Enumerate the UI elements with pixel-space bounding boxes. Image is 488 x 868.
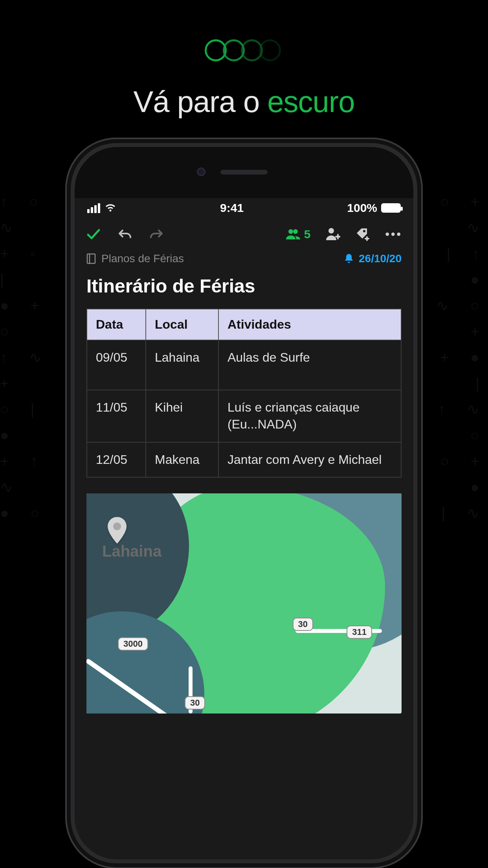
cell-activity: Jantar com Avery e Michael — [218, 442, 401, 477]
table-row[interactable]: 09/05 Lahaina Aulas de Surfe — [87, 340, 401, 390]
map-pin-label: Lahaina — [102, 542, 161, 560]
undo-button[interactable] — [117, 226, 133, 242]
bell-icon — [344, 253, 354, 264]
tagline: Vá para o escuro — [0, 85, 488, 119]
redo-button[interactable] — [149, 226, 164, 242]
reminder-button[interactable]: 26/10/20 — [344, 252, 402, 265]
add-person-button[interactable] — [326, 228, 340, 241]
people-icon — [286, 228, 301, 240]
map-attachment[interactable]: Lahaina 3000 30 311 30 — [86, 493, 402, 714]
logo — [0, 39, 488, 63]
camera-icon — [197, 167, 205, 176]
logo-circles-icon — [205, 39, 283, 63]
tagline-accent: escuro — [267, 85, 354, 118]
notebook-name: Planos de Férias — [101, 252, 184, 265]
svg-point-0 — [363, 230, 365, 232]
table-row[interactable]: 12/05 Makena Jantar com Avery e Michael — [87, 442, 401, 477]
table-header-row: Data Local Atividades — [87, 309, 401, 340]
decor-right: ○ + ∿| ↑ ●∿ ○ ++ ● |↑ ∿ ○○ + ●| ∿ + — [421, 189, 488, 535]
cell-activity: Aulas de Surfe — [218, 340, 401, 390]
cell-activity: Luís e crianças caiaque (Eu...NADA) — [218, 390, 401, 442]
svg-rect-1 — [87, 254, 95, 263]
note-toolbar: 5 ••• — [75, 219, 413, 252]
notebook-crumb[interactable]: Planos de Férias — [86, 252, 184, 265]
add-tag-button[interactable] — [356, 228, 369, 241]
status-bar: 9:41 100% — [75, 198, 413, 219]
cell-date: 12/05 — [87, 442, 146, 477]
more-button[interactable]: ••• — [385, 228, 402, 241]
screen: 9:41 100% 5 — [75, 198, 413, 859]
battery-icon — [381, 203, 401, 213]
road-badge: 30 — [293, 618, 313, 631]
table-row[interactable]: 11/05 Kihei Luís e crianças caiaque (Eu.… — [87, 390, 401, 442]
svg-point-3 — [113, 522, 121, 530]
road-badge: 311 — [347, 625, 372, 639]
itinerary-table[interactable]: Data Local Atividades 09/05 Lahaina Aula… — [86, 309, 402, 478]
battery-percent: 100% — [347, 201, 377, 215]
signal-icon — [87, 203, 100, 213]
wifi-icon — [104, 203, 117, 213]
share-count-button[interactable]: 5 — [286, 228, 311, 241]
done-button[interactable] — [86, 226, 101, 242]
decor-left: ↑ ○ ∿+ ◦ |● + ○↑ ∿ +○ | ●+ ↑ ∿● ○ + — [0, 189, 67, 535]
phone-frame: 9:41 100% 5 — [65, 138, 423, 868]
status-time: 9:41 — [220, 201, 244, 215]
tagline-plain: Vá para o — [134, 85, 268, 118]
cell-place: Lahaina — [146, 340, 218, 390]
hero: Vá para o escuro — [0, 0, 488, 119]
speaker-icon — [220, 170, 268, 175]
col-place: Local — [146, 309, 218, 340]
reminder-date: 26/10/20 — [359, 252, 402, 265]
cell-date: 11/05 — [87, 390, 146, 442]
map-pin-icon — [106, 517, 128, 544]
road-badge: 3000 — [118, 637, 148, 651]
note-title[interactable]: Itinerário de Férias — [75, 270, 413, 309]
note-meta-row: Planos de Férias 26/10/20 — [75, 252, 413, 270]
col-activity: Atividades — [218, 309, 401, 340]
road-badge: 30 — [185, 696, 205, 710]
cell-date: 09/05 — [87, 340, 146, 390]
notebook-icon — [86, 253, 96, 264]
share-count-value: 5 — [304, 228, 311, 241]
col-date: Data — [87, 309, 146, 340]
cell-place: Kihei — [146, 390, 218, 442]
cell-place: Makena — [146, 442, 218, 477]
